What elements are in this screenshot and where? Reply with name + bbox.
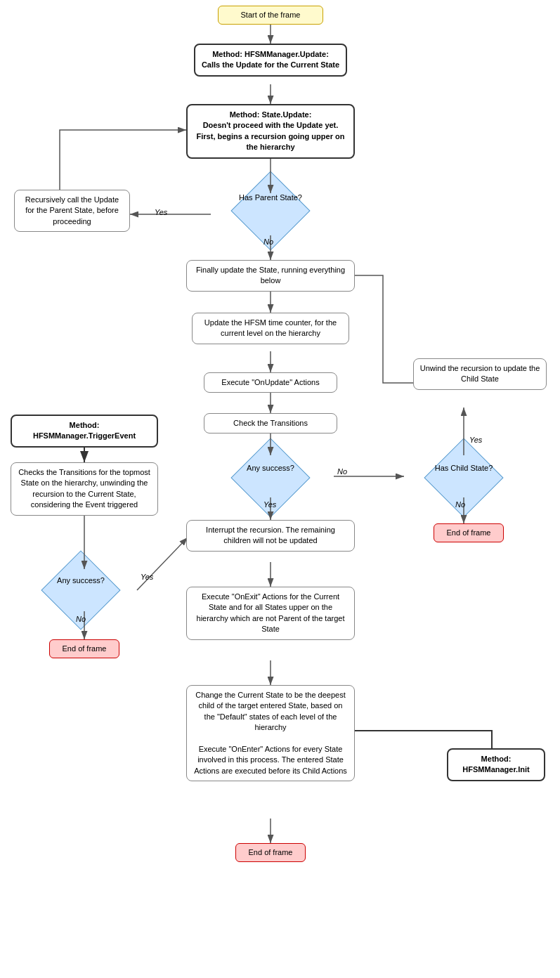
yes-label-parent: Yes [155, 208, 167, 216]
no-label-parent: No [263, 237, 273, 246]
checks-transitions-node: Checks the Transitions for the topmost S… [11, 462, 158, 516]
start-node: Start of the frame [218, 6, 323, 25]
svg-line-20 [137, 537, 188, 590]
hfsm-init-node: Method: HFSMManager.Init [447, 748, 545, 781]
has-parent-diamond: Has Parent State? [211, 183, 330, 239]
yes-label-success-center: Yes [263, 500, 276, 509]
no-label-success-left: No [76, 615, 86, 623]
no-label-success-center: No [337, 467, 347, 476]
end-frame-right-node: End of frame [434, 523, 504, 542]
flowchart-diagram: Start of the frame Method: HFSMManager.U… [0, 0, 560, 978]
change-state-node: Change the Current State to be the deepe… [186, 685, 355, 781]
any-success-center-diamond: Any success? [211, 450, 330, 506]
end-frame-bottom-node: End of frame [235, 843, 306, 862]
has-child-diamond: Has Child State? [404, 450, 523, 506]
check-transitions-node: Check the Transitions [204, 413, 337, 433]
execute-onupdate-node: Execute "OnUpdate" Actions [204, 372, 337, 393]
update-counter-node: Update the HFSM time counter, for the cu… [192, 313, 349, 344]
recursive-call-node: Recursively call the Update for the Pare… [14, 190, 130, 232]
unwind-recursion-node: Unwind the recursion to update the Child… [413, 358, 547, 390]
end-frame-left-node: End of frame [49, 639, 119, 658]
finally-update-node: Finally update the State, running everyt… [186, 260, 355, 292]
hfsm-update-node: Method: HFSMManager.Update: Calls the Up… [194, 44, 347, 77]
state-update-node: Method: State.Update: Doesn't proceed wi… [186, 104, 355, 159]
execute-onexit-node: Execute "OnExit" Actions for the Current… [186, 587, 355, 640]
yes-label-success-left: Yes [141, 573, 153, 581]
any-success-left-diamond: Any success? [21, 562, 141, 618]
yes-label-child: Yes [469, 436, 482, 444]
interrupt-recursion-node: Interrupt the recursion. The remaining c… [186, 520, 355, 552]
hfsm-trigger-node: Method: HFSMManager.TriggerEvent [11, 415, 158, 448]
no-label-child: No [455, 500, 465, 509]
